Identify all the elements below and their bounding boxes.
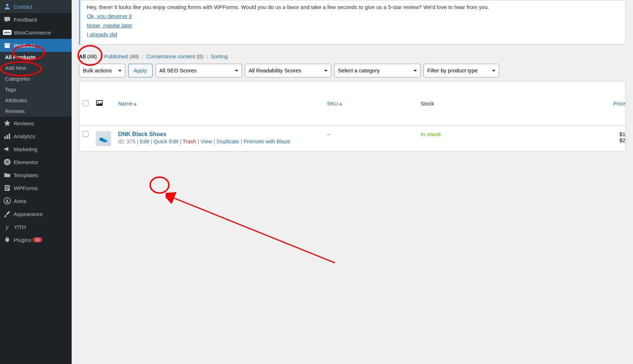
- duplicate-link[interactable]: Duplicate: [217, 138, 239, 144]
- sidebar-item-elementor[interactable]: Elementor: [0, 156, 72, 166]
- sidebar-item-label: Products: [14, 42, 35, 49]
- svg-rect-5: [6, 135, 8, 139]
- sidebar-item-label: Contact: [14, 4, 32, 10]
- filter-bar: Bulk actions Apply All SEO Scores All Re…: [79, 64, 626, 77]
- review-notice: Hey, there! It looks like you enjoy crea…: [79, 0, 626, 45]
- sidebar-item-label: Feedback: [14, 17, 37, 23]
- submenu-item-attributes[interactable]: Attributes: [0, 95, 72, 106]
- product-type-select[interactable]: Filter by product type: [423, 64, 499, 77]
- sku-value: –: [327, 131, 330, 137]
- woo-icon: woo: [4, 29, 11, 36]
- sidebar-item-analytics[interactable]: Analytics: [0, 130, 72, 143]
- sidebar-item-label: Marketing: [14, 146, 37, 152]
- notice-link-ok[interactable]: Ok, you deserve it: [87, 12, 619, 21]
- feedback-icon: [4, 16, 11, 23]
- sidebar-item-label: Elementor: [14, 159, 38, 165]
- svg-rect-8: [6, 161, 6, 163]
- user-icon: [4, 3, 11, 10]
- row-checkbox[interactable]: [83, 131, 89, 137]
- filter-sorting[interactable]: Sorting: [211, 53, 228, 59]
- megaphone-icon: [4, 145, 11, 153]
- select-all-checkbox[interactable]: [83, 100, 89, 106]
- quick-edit-link[interactable]: Quick Edit: [154, 138, 178, 144]
- submenu-item-tags[interactable]: Tags: [0, 84, 72, 95]
- apply-button[interactable]: Apply: [128, 64, 153, 77]
- svg-rect-4: [4, 136, 6, 139]
- table-row: 👟 DNK Black Shoes ID: 375 | Edit | Quick…: [79, 126, 626, 151]
- view-link[interactable]: View: [201, 138, 212, 144]
- stock-column-header: Stock: [417, 81, 460, 126]
- svg-rect-9: [7, 161, 9, 161]
- notice-link-already[interactable]: I already did: [87, 30, 619, 39]
- sidebar-item-label: WooCommerce: [14, 30, 51, 36]
- sidebar-item-label: Reviews: [14, 120, 34, 126]
- submenu-item-categories[interactable]: Categories: [0, 73, 72, 84]
- price-value-1: $1: [464, 131, 625, 137]
- image-column-header: [92, 81, 115, 126]
- svg-rect-3: [5, 45, 10, 48]
- star-icon: [4, 120, 11, 127]
- image-icon: [96, 99, 103, 107]
- products-submenu: All ProductsAdd NewCategoriesTagsAttribu…: [0, 52, 72, 117]
- price-value-2: $2: [464, 137, 625, 143]
- category-select[interactable]: Select a category: [334, 64, 421, 77]
- seo-scores-select[interactable]: All SEO Scores: [156, 64, 242, 77]
- product-id: ID: 375: [118, 138, 135, 144]
- submenu-item-add-new[interactable]: Add New: [0, 63, 72, 73]
- notice-link-later[interactable]: Nope, maybe later: [87, 21, 619, 30]
- filter-cornerstone[interactable]: Cornerstone content: [146, 53, 195, 59]
- status-filter-tabs: All (48) | Published (48) | Cornerstone …: [79, 53, 626, 59]
- svg-rect-6: [9, 134, 10, 139]
- notice-text: Hey, there! It looks like you enjoy crea…: [87, 4, 619, 10]
- filter-all[interactable]: All (48): [79, 53, 97, 59]
- product-title-link[interactable]: DNK Black Shoes: [118, 131, 166, 137]
- sidebar-item-products[interactable]: Products: [0, 39, 72, 52]
- svg-rect-1: [4, 17, 10, 21]
- edit-link[interactable]: Edit: [140, 138, 149, 144]
- filter-published[interactable]: Published (48): [104, 53, 139, 59]
- archive-icon: [4, 42, 11, 49]
- products-table: Name◆ SKU◆ Stock Price 👟 DNK Black Shoes…: [79, 81, 626, 152]
- bulk-actions-select[interactable]: Bulk actions: [79, 64, 125, 77]
- elementor-icon: [4, 158, 11, 166]
- svg-rect-11: [7, 163, 9, 163]
- main-content: Hey, there! It looks like you enjoy crea…: [72, 0, 633, 166]
- readability-select[interactable]: All Readability Scores: [245, 64, 331, 77]
- sidebar-item-woocommerce[interactable]: wooWooCommerce: [0, 26, 72, 39]
- admin-sidebar: ContactFeedbackwooWooCommerceProductsAll…: [0, 0, 72, 166]
- sku-column-header[interactable]: SKU◆: [323, 81, 417, 126]
- price-column-header[interactable]: Price: [460, 81, 626, 126]
- trash-link[interactable]: Trash: [183, 138, 196, 144]
- product-thumbnail[interactable]: 👟: [96, 131, 111, 146]
- submenu-item-all-products[interactable]: All Products: [0, 52, 72, 63]
- svg-rect-10: [7, 162, 9, 162]
- svg-rect-2: [4, 43, 10, 45]
- svg-point-18: [98, 102, 99, 103]
- promote-link[interactable]: Promote with Blaze: [243, 138, 290, 144]
- sidebar-item-marketing[interactable]: Marketing: [0, 143, 72, 156]
- svg-point-0: [6, 4, 9, 6]
- name-column-header[interactable]: Name◆: [115, 81, 323, 126]
- sidebar-item-feedback[interactable]: Feedback: [0, 13, 72, 26]
- row-actions: ID: 375 | Edit | Quick Edit | Trash | Vi…: [118, 138, 320, 144]
- submenu-item-reviews[interactable]: Reviews: [0, 106, 72, 117]
- bars-icon: [4, 132, 11, 140]
- stock-status: In stock: [421, 131, 441, 137]
- sidebar-item-reviews[interactable]: Reviews: [0, 117, 72, 130]
- sidebar-item-contact[interactable]: Contact: [0, 0, 72, 13]
- sidebar-item-label: Analytics: [14, 133, 35, 139]
